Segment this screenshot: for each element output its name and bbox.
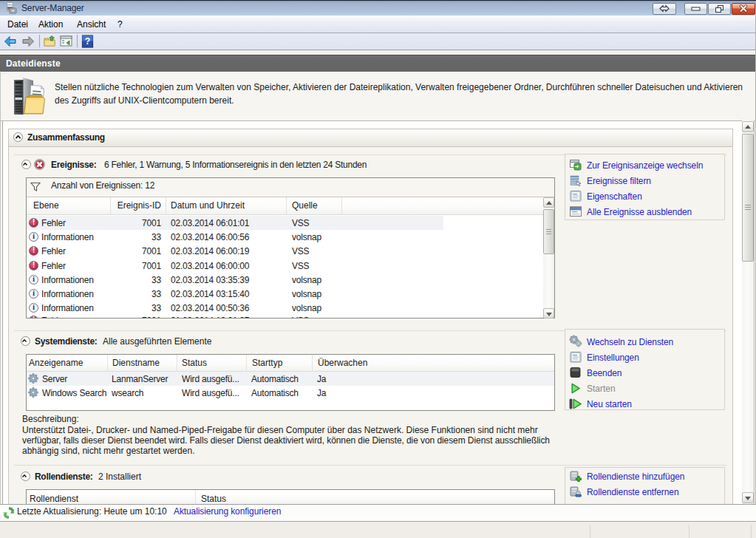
svg-text:?: ? <box>85 36 91 47</box>
